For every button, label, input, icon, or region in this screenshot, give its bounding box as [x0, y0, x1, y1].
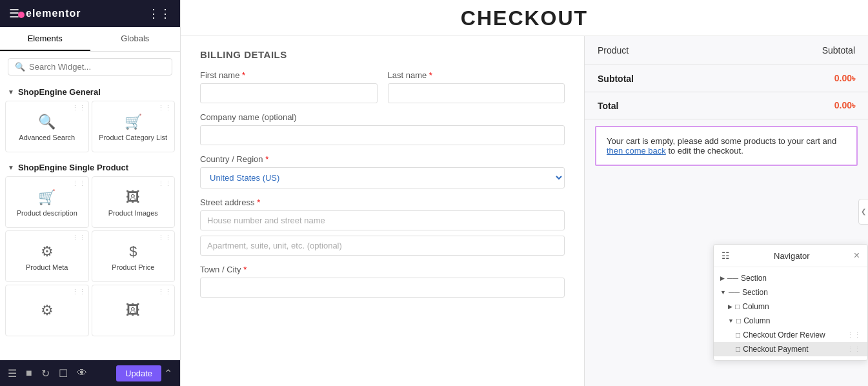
- chevron-up-button[interactable]: ⌃: [164, 367, 172, 380]
- nav-section-icon-1: ──: [727, 274, 738, 283]
- nav-checkout-payment-icon: □: [736, 345, 740, 354]
- last-name-input[interactable]: [388, 83, 565, 103]
- col-subtotal: Subtotal: [730, 36, 868, 65]
- pink-dot: [18, 12, 25, 18]
- layers-icon[interactable]: ☰: [8, 367, 17, 380]
- form-group-city: Town / City *: [200, 265, 565, 298]
- city-label: Town / City *: [200, 265, 565, 274]
- bottom-bar-icons: ☰ ■ ↻ ☐ 👁: [8, 367, 87, 380]
- widget-drag-handle-2: ⋮⋮: [157, 104, 172, 112]
- update-button[interactable]: Update: [116, 365, 161, 381]
- widget-6[interactable]: ⋮⋮ 🖼: [92, 285, 176, 336]
- advanced-search-icon: 🔍: [38, 114, 56, 130]
- widget-advanced-search[interactable]: ⋮⋮ 🔍 Advanced Search: [5, 101, 89, 152]
- nav-arrow-section-1: ▶: [720, 275, 725, 281]
- search-icon: 🔍: [15, 62, 25, 72]
- order-subtotal-row: Subtotal 0.00৳: [585, 65, 868, 92]
- form-group-company: Company name (optional): [200, 112, 565, 145]
- col-product: Product: [585, 36, 730, 65]
- nav-arrow-column-2: ▼: [728, 318, 734, 324]
- widget-5-icon: ⚙: [41, 302, 54, 319]
- nav-checkout-order-icon: □: [736, 330, 740, 340]
- section-arrow-general: ▼: [8, 88, 14, 96]
- order-summary: Product Subtotal Subtotal 0.00৳ Total 0.…: [584, 36, 868, 386]
- navigator-header: ☷ Navigator ×: [714, 245, 867, 267]
- section-shopengine-general[interactable]: ▼ ShopEngine General: [0, 82, 180, 101]
- sidebar: ☰ elementor ⋮⋮ Elements Globals 🔍 ▼ Shop…: [0, 0, 181, 386]
- grid-icon[interactable]: ⋮⋮: [148, 6, 171, 21]
- main-content: CHECKOUT BILLING DETAILS First name *: [181, 0, 868, 386]
- cart-empty-text: Your cart is empty, please add some prod…: [607, 136, 836, 156]
- total-value: 0.00৳: [730, 92, 868, 119]
- widget-label-product-description: Product description: [17, 208, 77, 218]
- nav-item-column-1[interactable]: ▶ □ Column: [714, 300, 867, 314]
- order-total-row: Total 0.00৳: [585, 92, 868, 119]
- widget-product-meta[interactable]: ⋮⋮ ⚙ Product Meta: [5, 230, 89, 282]
- nav-section-1-label: Section: [741, 274, 861, 283]
- nav-checkout-payment-label: Checkout Payment: [743, 345, 844, 354]
- city-input[interactable]: [200, 278, 565, 298]
- nav-arrow-column-1: ▶: [728, 303, 732, 310]
- section-title-single: ShopEngine Single Product: [18, 163, 128, 172]
- product-price-icon: $: [129, 243, 137, 260]
- widget-product-description[interactable]: ⋮⋮ 🛒 Product description: [5, 176, 89, 228]
- page-title-bar: CHECKOUT: [181, 0, 868, 36]
- street-label: Street address *: [200, 198, 565, 207]
- widget-drag-handle-3: ⋮⋮: [72, 179, 86, 188]
- company-input[interactable]: [200, 125, 565, 145]
- app-logo: elementor: [26, 8, 81, 19]
- first-name-label: First name *: [200, 70, 378, 80]
- responsive-icon[interactable]: ☐: [59, 367, 68, 380]
- tab-globals[interactable]: Globals: [90, 27, 181, 51]
- cart-link[interactable]: then come back: [607, 146, 666, 156]
- collapse-button[interactable]: ❮: [858, 199, 868, 225]
- nav-column-icon-1: □: [735, 302, 740, 311]
- widget-5[interactable]: ⋮⋮ ⚙: [5, 285, 89, 336]
- history-icon[interactable]: ↻: [41, 367, 50, 380]
- page-body: BILLING DETAILS First name * Last name *: [181, 36, 868, 386]
- widget-drag-handle-5: ⋮⋮: [72, 234, 86, 242]
- widget-product-images[interactable]: ⋮⋮ 🖼 Product Images: [92, 176, 176, 228]
- navigator-tree: ▶ ── Section ▼ ── Section: [714, 267, 867, 360]
- widget-drag-handle: ⋮⋮: [72, 104, 86, 112]
- nav-item-checkout-payment[interactable]: □ Checkout Payment ⋮⋮: [714, 342, 867, 356]
- navigator-close-button[interactable]: ×: [854, 250, 860, 261]
- form-row-name: First name * Last name *: [200, 70, 565, 103]
- search-input[interactable]: [29, 62, 165, 72]
- section-arrow-single: ▼: [8, 164, 14, 171]
- subtotal-value: 0.00৳: [730, 65, 868, 92]
- order-table: Product Subtotal Subtotal 0.00৳ Total 0.…: [585, 36, 868, 119]
- widget-drag-handle-7: ⋮⋮: [72, 288, 86, 296]
- page-title: CHECKOUT: [181, 6, 868, 30]
- widget-label-product-meta: Product Meta: [26, 263, 68, 272]
- nav-item-column-2[interactable]: ▼ □ Column: [714, 314, 867, 328]
- apartment-input[interactable]: [200, 236, 565, 256]
- checkout-form: BILLING DETAILS First name * Last name *: [181, 36, 584, 386]
- nav-drag-checkout-payment: ⋮⋮: [847, 345, 861, 354]
- sidebar-content: ▼ ShopEngine General ⋮⋮ 🔍 Advanced Searc…: [0, 82, 180, 360]
- nav-item-section-1[interactable]: ▶ ── Section: [714, 271, 867, 285]
- street-input[interactable]: [200, 210, 565, 230]
- country-select[interactable]: United States (US): [200, 167, 565, 188]
- last-name-label: Last name *: [388, 70, 565, 80]
- nav-item-section-2[interactable]: ▼ ── Section: [714, 285, 867, 300]
- widget-product-category-list[interactable]: ⋮⋮ 🛒 Product Category List: [92, 101, 176, 152]
- country-label: Country / Region *: [200, 154, 565, 164]
- billing-title: BILLING DETAILS: [200, 49, 565, 60]
- tab-elements[interactable]: Elements: [0, 27, 90, 51]
- nav-column-2-label: Column: [743, 316, 861, 325]
- section-shopengine-single-product[interactable]: ▼ ShopEngine Single Product: [0, 157, 180, 176]
- first-name-input[interactable]: [200, 83, 378, 103]
- widget-product-price[interactable]: ⋮⋮ $ Product Price: [92, 230, 176, 282]
- widget-label-product-price: Product Price: [112, 263, 154, 272]
- sidebar-tabs: Elements Globals: [0, 27, 180, 52]
- panels-icon[interactable]: ■: [26, 367, 32, 379]
- navigator-icon: ☷: [722, 250, 730, 261]
- cart-empty-notice: Your cart is empty, please add some prod…: [595, 126, 858, 166]
- product-description-icon: 🛒: [38, 189, 56, 206]
- preview-icon[interactable]: 👁: [77, 367, 87, 379]
- nav-item-checkout-order-review[interactable]: □ Checkout Order Review ⋮⋮: [714, 328, 867, 342]
- header-left: ☰ elementor: [9, 6, 81, 21]
- navigator-title: Navigator: [774, 251, 810, 261]
- bottom-bar: ☰ ■ ↻ ☐ 👁 Update ⌃: [0, 360, 180, 386]
